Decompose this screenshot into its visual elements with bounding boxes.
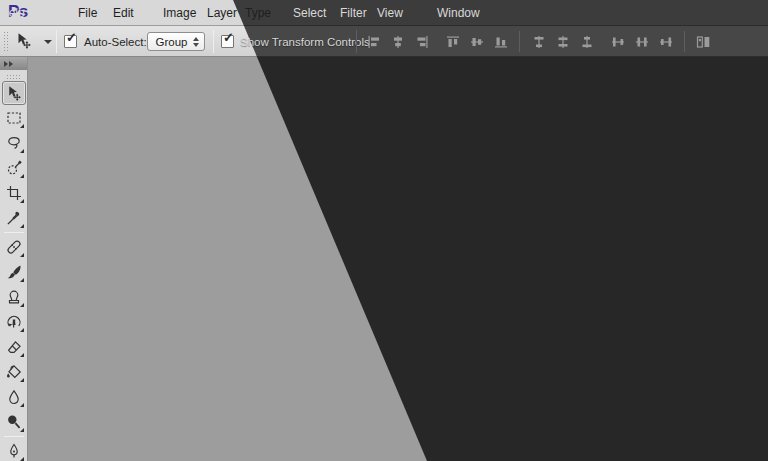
tools-panel-grip-handle[interactable] bbox=[6, 74, 22, 79]
history-brush-icon bbox=[6, 314, 22, 330]
history-brush-tool-button[interactable] bbox=[2, 310, 26, 334]
brush-icon bbox=[6, 264, 22, 280]
menu-layer[interactable]: Layer bbox=[207, 0, 237, 26]
options-bar-grip-handle[interactable] bbox=[3, 31, 9, 52]
distribute-top-edges-button[interactable] bbox=[529, 32, 548, 51]
crop-tool-button[interactable] bbox=[2, 181, 26, 205]
rectangular-marquee-tool-button[interactable] bbox=[2, 106, 26, 130]
tool-preset-caret-icon[interactable] bbox=[44, 40, 52, 44]
lasso-tool-button[interactable] bbox=[2, 131, 26, 155]
dodge-tool-button[interactable] bbox=[2, 410, 26, 434]
eraser-tool-button[interactable] bbox=[2, 335, 26, 359]
distribute-bottom-edges-button[interactable] bbox=[577, 32, 596, 51]
distribute-horizontal-centers-button[interactable] bbox=[632, 32, 651, 51]
clone-stamp-icon bbox=[6, 289, 22, 305]
menu-image[interactable]: Image bbox=[163, 0, 196, 26]
align-top-edges-button[interactable] bbox=[443, 32, 462, 51]
separator bbox=[4, 232, 24, 233]
distribute-vertical-centers-button[interactable] bbox=[553, 32, 572, 51]
paint-bucket-icon bbox=[6, 364, 22, 380]
separator bbox=[56, 30, 57, 53]
options-bar: ✓ Auto-Select: Group ✓ Show Transform Co… bbox=[0, 26, 768, 57]
blur-drop-icon bbox=[6, 389, 22, 405]
checkmark-icon: ✓ bbox=[66, 31, 77, 44]
double-arrow-collapse-icon bbox=[4, 61, 8, 67]
menu-window[interactable]: Window bbox=[437, 0, 480, 26]
quick-selection-icon bbox=[6, 160, 22, 176]
canvas-dark-theme-area bbox=[28, 57, 768, 461]
spot-healing-brush-tool-button[interactable] bbox=[2, 235, 26, 259]
separator bbox=[4, 436, 24, 437]
quick-selection-tool-button[interactable] bbox=[2, 156, 26, 180]
eyedropper-tool-button[interactable] bbox=[2, 206, 26, 230]
separator bbox=[519, 31, 520, 52]
move-tool-icon bbox=[14, 32, 32, 50]
clone-stamp-tool-button[interactable] bbox=[2, 285, 26, 309]
align-bottom-edges-button[interactable] bbox=[491, 32, 510, 51]
align-horizontal-centers-button[interactable] bbox=[388, 32, 407, 51]
crop-icon bbox=[6, 185, 22, 201]
pen-icon bbox=[6, 443, 22, 459]
spot-healing-brush-icon bbox=[6, 239, 22, 255]
move-tool-button[interactable] bbox=[2, 81, 26, 105]
distribute-left-edges-button[interactable] bbox=[608, 32, 627, 51]
lasso-icon bbox=[6, 135, 22, 151]
tools-panel bbox=[0, 57, 28, 461]
auto-select-target-value: Group bbox=[148, 36, 193, 48]
rectangular-marquee-icon bbox=[6, 110, 22, 126]
canvas-area[interactable] bbox=[28, 57, 768, 461]
auto-align-layers-button[interactable] bbox=[694, 32, 713, 51]
collapse-panels-button[interactable] bbox=[0, 57, 27, 70]
align-vertical-centers-button[interactable] bbox=[467, 32, 486, 51]
align-right-edges-button[interactable] bbox=[412, 32, 431, 51]
workspace bbox=[0, 57, 768, 461]
eraser-icon bbox=[6, 339, 22, 355]
align-left-edges-button[interactable] bbox=[364, 32, 383, 51]
menu-help[interactable]: Help bbox=[0, 0, 25, 26]
auto-select-target-dropdown[interactable]: Group bbox=[147, 32, 205, 51]
pen-tool-button[interactable] bbox=[2, 439, 26, 461]
align-buttons-group bbox=[364, 31, 713, 52]
checkmark-icon: ✓ bbox=[223, 31, 234, 44]
brush-tool-button[interactable] bbox=[2, 260, 26, 284]
distribute-right-edges-button[interactable] bbox=[656, 32, 675, 51]
separator bbox=[356, 30, 357, 53]
separator bbox=[684, 31, 685, 52]
auto-select-label: Auto-Select: bbox=[84, 35, 147, 49]
auto-select-checkbox[interactable]: ✓ bbox=[64, 35, 77, 48]
dropdown-stepper-icon bbox=[193, 37, 199, 47]
show-transform-controls-label: Show Transform Controls bbox=[240, 35, 370, 49]
menu-view[interactable]: View bbox=[377, 0, 403, 26]
menu-select[interactable]: Select bbox=[293, 0, 326, 26]
menu-type[interactable]: Type bbox=[245, 0, 271, 26]
photoshop-window: Ps File Edit Image Layer Type Select Fil… bbox=[0, 0, 768, 461]
separator bbox=[213, 30, 214, 53]
menu-file[interactable]: File bbox=[78, 0, 97, 26]
menu-bar: Ps File Edit Image Layer Type Select Fil… bbox=[0, 0, 768, 26]
show-transform-controls-checkbox[interactable]: ✓ bbox=[221, 35, 234, 48]
double-arrow-collapse-icon bbox=[9, 61, 13, 67]
paint-bucket-tool-button[interactable] bbox=[2, 360, 26, 384]
menu-filter[interactable]: Filter bbox=[340, 0, 367, 26]
eyedropper-icon bbox=[6, 210, 22, 226]
dodge-icon bbox=[6, 414, 22, 430]
blur-tool-button[interactable] bbox=[2, 385, 26, 409]
move-tool-icon bbox=[5, 85, 22, 102]
menu-edit[interactable]: Edit bbox=[113, 0, 134, 26]
